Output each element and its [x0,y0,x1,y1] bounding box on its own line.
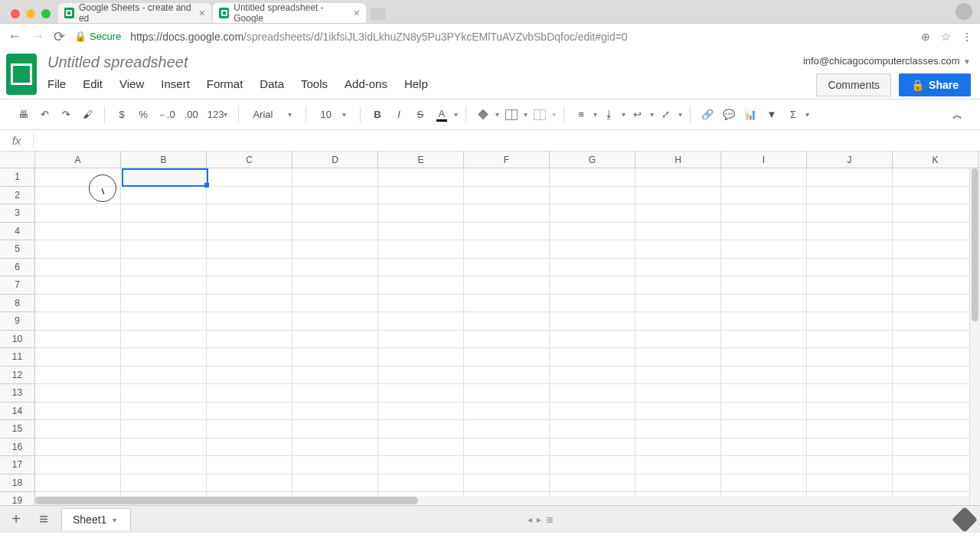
cell[interactable] [550,312,635,331]
column-header[interactable]: F [464,152,550,168]
chevron-down-icon[interactable]: ▾ [650,110,654,119]
sheet-prev-icon[interactable]: ◂ [528,514,532,525]
cell[interactable] [464,420,550,439]
cell[interactable] [35,331,121,349]
sheet-list-icon[interactable]: ≣ [546,514,554,525]
cell[interactable] [721,456,807,474]
cell[interactable] [635,187,721,205]
cell[interactable] [378,331,464,349]
row-header[interactable]: 6 [0,259,35,277]
profile-avatar-icon[interactable] [956,3,972,20]
spreadsheet-grid[interactable]: ABCDEFGHIJK 1234567891011121314151617181… [0,152,980,505]
menu-addons[interactable]: Add-ons [345,77,387,90]
redo-icon[interactable]: ↷ [57,104,75,126]
insert-link-button[interactable]: 🔗 [698,104,717,126]
cell[interactable] [893,367,978,385]
insert-comment-button[interactable]: 💬 [720,104,738,126]
cell[interactable] [893,456,978,474]
cell[interactable] [635,295,721,313]
menu-tools[interactable]: Tools [301,77,328,90]
cell[interactable] [893,187,978,205]
cell[interactable] [207,439,292,457]
cell[interactable] [35,439,121,457]
menu-icon[interactable]: ⋮ [962,31,972,43]
cell[interactable] [893,295,978,313]
menu-help[interactable]: Help [404,77,428,90]
cell[interactable] [378,204,464,223]
chevron-down-icon[interactable]: ▾ [495,110,499,119]
decrease-decimal-button[interactable]: ←.0 [155,104,178,126]
sheets-logo-icon[interactable] [6,54,37,95]
cell[interactable] [378,168,464,187]
cell[interactable] [35,367,121,385]
cell[interactable] [121,367,207,385]
cell[interactable] [550,240,635,259]
cell[interactable] [464,384,550,403]
cell[interactable] [292,474,378,493]
cell[interactable] [378,187,464,205]
italic-button[interactable]: I [390,104,408,126]
cell[interactable] [807,384,893,403]
cell[interactable] [207,384,292,403]
cell[interactable] [121,168,207,187]
cell[interactable] [207,259,292,277]
cell[interactable] [550,456,635,474]
cell[interactable] [121,187,207,205]
cell[interactable] [207,223,292,241]
window-close-icon[interactable] [11,9,20,18]
column-header[interactable]: A [35,152,121,168]
cell[interactable] [292,276,378,295]
cell[interactable] [378,439,464,457]
row-header[interactable]: 17 [0,456,35,474]
back-icon[interactable]: ← [8,28,21,44]
cell[interactable] [121,259,207,277]
cell[interactable] [378,403,464,421]
cell[interactable] [721,420,807,439]
cell[interactable] [807,187,893,205]
cell[interactable] [378,259,464,277]
cell[interactable] [721,439,807,457]
cell[interactable] [207,168,292,187]
cell[interactable] [721,331,807,349]
cell[interactable] [292,384,378,403]
cell[interactable] [121,348,207,367]
cell[interactable] [893,420,978,439]
cell[interactable] [550,384,635,403]
cell[interactable] [721,168,807,187]
collapse-toolbar-icon[interactable]: ︽ [948,104,966,126]
cell[interactable] [635,223,721,241]
merge-cells-button[interactable] [531,104,549,126]
all-sheets-button[interactable]: ≡ [34,510,54,528]
cell[interactable] [207,403,292,421]
column-header[interactable]: J [807,152,893,168]
cell[interactable] [464,295,550,313]
cell[interactable] [807,439,893,457]
row-header[interactable]: 3 [0,204,35,223]
chevron-down-icon[interactable]: ▾ [622,110,626,119]
cell[interactable] [207,367,292,385]
cell[interactable] [721,403,807,421]
cell[interactable] [207,240,292,259]
row-header[interactable]: 15 [0,420,35,439]
cell[interactable] [207,456,292,474]
cell[interactable] [378,223,464,241]
cell[interactable] [207,276,292,295]
increase-decimal-button[interactable]: .00 [181,104,201,126]
cell[interactable] [464,331,550,349]
cell[interactable] [35,456,121,474]
cell[interactable] [893,331,978,349]
cell[interactable] [464,348,550,367]
cell[interactable] [721,367,807,385]
cell[interactable] [635,384,721,403]
cell[interactable] [378,348,464,367]
cell[interactable] [292,456,378,474]
text-rotation-button[interactable]: ⤢ [657,104,675,126]
tab-close-icon[interactable]: × [199,7,205,19]
row-header[interactable]: 19 [0,492,35,505]
column-header[interactable]: C [207,152,292,168]
cell[interactable] [635,456,721,474]
menu-format[interactable]: Format [207,77,243,90]
chevron-down-icon[interactable]: ▾ [454,110,458,119]
cell[interactable] [121,295,207,313]
cell[interactable] [35,276,121,295]
